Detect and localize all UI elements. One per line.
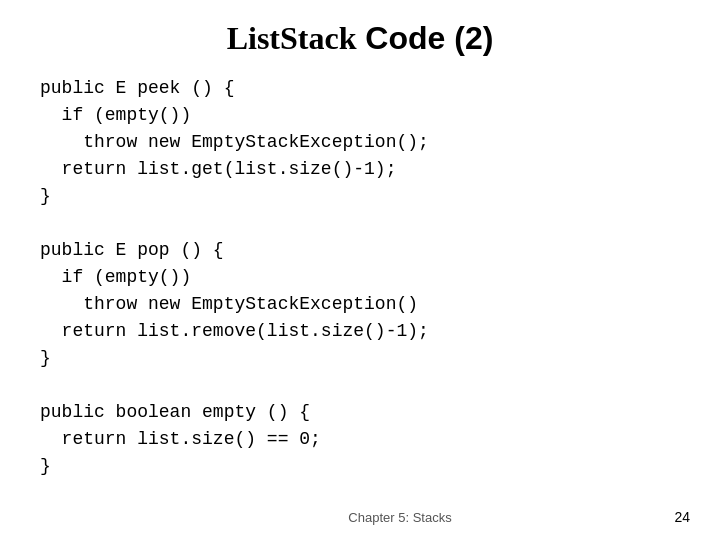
- slide-container: ListStack Code (2) public E peek () { if…: [0, 0, 720, 540]
- title-serif: ListStack: [227, 20, 357, 56]
- code-block: public E peek () { if (empty()) throw ne…: [30, 75, 690, 480]
- slide-footer: Chapter 5: Stacks 24: [0, 510, 720, 525]
- slide-title: ListStack Code (2): [30, 20, 690, 57]
- footer-chapter-label: Chapter 5: Stacks: [0, 510, 720, 525]
- title-sans: Code (2): [356, 20, 493, 56]
- footer-page-number: 24: [674, 509, 690, 525]
